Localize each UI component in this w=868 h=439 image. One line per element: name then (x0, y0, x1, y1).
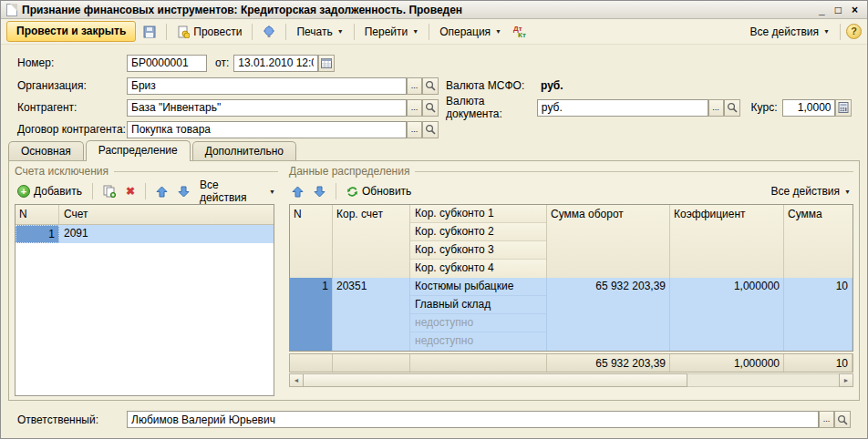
close-button[interactable]: × (852, 5, 858, 15)
dt-kt-button[interactable]: Дт Кт (509, 22, 531, 42)
counterparty-input[interactable] (127, 99, 407, 117)
refresh-button[interactable]: Обновить (344, 183, 414, 199)
scroll-left-button[interactable]: ◄ (289, 373, 304, 387)
number-input[interactable] (127, 55, 207, 72)
horizontal-scrollbar[interactable]: ◄ ► (289, 373, 853, 387)
window-title: Признание финансовых инструментов: Креди… (22, 4, 814, 16)
help-button[interactable]: ? (846, 24, 862, 39)
doc-currency-select-button[interactable]: ... (708, 99, 724, 117)
contract-open-button[interactable] (422, 121, 439, 138)
organization-label: Организация: (17, 79, 127, 92)
subkonto-value-4: недоступно (410, 332, 546, 351)
corr-account-cell[interactable]: 20351 (333, 278, 410, 351)
post-icon (177, 26, 190, 38)
add-row-button[interactable]: + Добавить (15, 183, 85, 199)
coefficient-cell[interactable]: 1,000000 (670, 278, 784, 351)
subkonto-value-2[interactable]: Главный склад (410, 296, 546, 314)
number-label: Номер: (17, 56, 127, 69)
tab-osnovnaya[interactable]: Основная (8, 141, 84, 160)
sum-cell[interactable]: 10 (784, 278, 852, 351)
column-header-subkonto-4[interactable]: Кор. субконто 4 (410, 260, 547, 278)
column-header-account[interactable]: Счет (59, 205, 274, 224)
row-number-cell[interactable]: 1 (16, 225, 59, 243)
toolbar-separator (840, 24, 841, 40)
responsible-select-button[interactable]: ... (819, 411, 834, 428)
post-button[interactable]: Провести (172, 22, 246, 42)
column-header-sum[interactable]: Сумма (784, 205, 852, 278)
column-header-corr-account[interactable]: Кор. счет (333, 205, 410, 278)
chevron-down-icon: ▼ (337, 28, 344, 35)
magnifier-icon (425, 124, 436, 135)
scrollbar-thumb[interactable] (304, 373, 687, 387)
exclusion-toolbar: + Добавить ✖ (15, 179, 278, 204)
account-cell[interactable]: 2091 (59, 225, 274, 243)
responsible-open-button[interactable] (834, 411, 851, 428)
table-row[interactable]: 1 20351 Костюмы рыбацкие Главный склад н… (290, 278, 852, 351)
responsible-input[interactable] (127, 411, 819, 428)
explain-posting-button[interactable] (258, 22, 280, 42)
exclusion-accounts-table[interactable]: N Счет 1 2091 (15, 204, 274, 396)
column-header-subkonto-3[interactable]: Кор. субконто 3 (410, 241, 547, 260)
toolbar-separator (92, 183, 93, 199)
column-header-n[interactable]: N (290, 205, 333, 278)
doc-currency-input[interactable] (537, 99, 708, 117)
tab-dopolnitelno[interactable]: Дополнительно (192, 141, 296, 160)
goto-menu-button[interactable]: Перейти▼ (360, 22, 424, 42)
toolbar-separator (285, 24, 286, 40)
column-header-subkonto-1[interactable]: Кор. субконто 1 (410, 205, 547, 223)
distribution-all-actions-button[interactable]: Все действия▼ (769, 183, 853, 199)
refresh-icon (346, 186, 358, 198)
column-header-coefficient[interactable]: Коэффициент (670, 205, 784, 278)
table-row[interactable]: 1 2091 (16, 225, 274, 243)
date-label: от: (215, 56, 229, 69)
doc-currency-open-button[interactable] (724, 99, 740, 117)
toolbar-separator (354, 24, 355, 40)
turnover-cell[interactable]: 65 932 203,39 (547, 278, 670, 351)
calendar-button[interactable] (318, 55, 335, 72)
organization-select-button[interactable]: ... (407, 77, 422, 95)
maximize-button[interactable]: □ (835, 5, 842, 15)
tab-raspredelenie[interactable]: Распределение (86, 140, 191, 161)
save-button[interactable] (139, 22, 160, 42)
move-down-button[interactable] (175, 184, 192, 199)
date-input[interactable] (233, 55, 318, 72)
column-header-subkonto: Кор. субконто 1 Кор. субконто 2 Кор. суб… (410, 205, 547, 278)
delete-row-button[interactable]: ✖ (123, 183, 138, 199)
table-header-row: N Счет (16, 205, 274, 225)
contract-select-button[interactable]: ... (407, 121, 422, 138)
dist-move-down-button[interactable] (311, 184, 328, 199)
rate-input[interactable] (782, 99, 835, 117)
post-and-close-button[interactable]: Провести и закрыть (6, 21, 136, 42)
operation-menu-button[interactable]: Операция▼ (435, 22, 506, 42)
column-header-subkonto-2[interactable]: Кор. субконто 2 (410, 223, 547, 241)
arrow-down-icon (178, 186, 190, 198)
calculator-button[interactable] (835, 99, 852, 117)
chevron-down-icon: ▼ (412, 28, 418, 35)
doc-currency-label: Валюта документа: (446, 95, 537, 120)
save-icon (143, 26, 156, 38)
move-up-button[interactable] (153, 184, 170, 199)
contract-input[interactable] (127, 121, 407, 138)
minimize-button[interactable]: _ (819, 5, 825, 15)
print-menu-button[interactable]: Печать▼ (292, 22, 347, 42)
add-icon: + (17, 185, 30, 198)
all-actions-menu-button[interactable]: Все действия▼ (746, 22, 834, 42)
column-header-turnover[interactable]: Сумма оборот (547, 205, 670, 278)
rate-label: Курс: (751, 101, 778, 114)
distribution-table[interactable]: N Кор. счет Кор. субконто 1 Кор. субконт… (289, 204, 853, 352)
organization-open-button[interactable] (422, 77, 439, 95)
counterparty-open-button[interactable] (422, 99, 439, 117)
scroll-right-button[interactable]: ► (839, 373, 853, 387)
distribution-data-group: Данные распределения (284, 161, 859, 400)
organization-input[interactable] (127, 77, 407, 95)
subkonto-value-1[interactable]: Костюмы рыбацкие (410, 278, 546, 296)
exclusion-all-actions-button[interactable]: Все действия▼ (197, 177, 278, 206)
distribution-toolbar: Обновить Все действия▼ (289, 179, 853, 204)
dist-move-up-button[interactable] (289, 184, 306, 199)
column-header-n[interactable]: N (16, 205, 59, 224)
copy-row-button[interactable] (100, 183, 119, 199)
row-number-cell[interactable]: 1 (290, 278, 333, 351)
counterparty-select-button[interactable]: ... (407, 99, 422, 117)
scrollbar-track[interactable] (687, 373, 839, 387)
footer-form: Ответственный: ... (1, 401, 867, 438)
